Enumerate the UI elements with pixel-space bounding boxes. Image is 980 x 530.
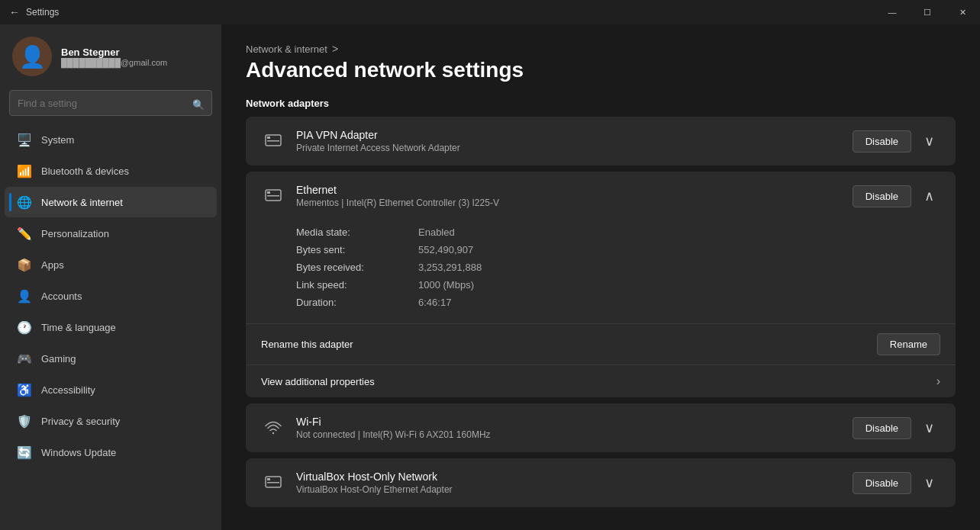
adapter-card-pia: PIA VPN Adapter Private Internet Access … — [246, 117, 956, 165]
duration-label: Duration: — [296, 297, 418, 308]
sidebar-item-system[interactable]: 🖥️ System — [5, 124, 217, 155]
disable-button-virtualbox[interactable]: Disable — [853, 472, 911, 494]
adapter-info-ethernet: Ethernet Mementos | Intel(R) Ethernet Co… — [296, 184, 842, 208]
adapter-details-ethernet: Media state: Enabled Bytes sent: 552,490… — [246, 220, 956, 323]
link-speed-label: Link speed: — [296, 279, 418, 291]
avatar: 👤 — [12, 37, 52, 76]
detail-row-bytes-sent: Bytes sent: 552,490,907 — [296, 241, 940, 259]
detail-row-duration: Duration: 6:46:17 — [296, 294, 940, 311]
rename-row: Rename this adapter Rename — [246, 323, 956, 365]
sidebar-item-label: Privacy & security — [41, 416, 120, 427]
sidebar-item-label: Personalization — [41, 228, 109, 239]
adapter-desc-wifi: Not connected | Intel(R) Wi-Fi 6 AX201 1… — [296, 429, 842, 440]
link-speed-value: 1000 (Mbps) — [418, 279, 474, 291]
adapter-icon-pia — [261, 129, 285, 153]
adapter-header-virtualbox: VirtualBox Host-Only Network VirtualBox … — [246, 458, 956, 507]
svg-rect-5 — [267, 195, 279, 197]
sidebar-item-gaming[interactable]: 🎮 Gaming — [5, 343, 217, 374]
user-email: ██████████@gmail.com — [61, 58, 167, 67]
sidebar-item-personalization[interactable]: ✏️ Personalization — [5, 218, 217, 249]
adapter-icon-ethernet — [261, 184, 285, 208]
maximize-button[interactable]: ☐ — [910, 0, 945, 24]
breadcrumb: Network & internet > — [246, 43, 956, 55]
accounts-icon: 👤 — [17, 288, 32, 304]
personalization-icon: ✏️ — [17, 226, 32, 241]
search-input[interactable] — [9, 90, 212, 116]
sidebar-item-apps[interactable]: 📦 Apps — [5, 249, 217, 280]
media-state-value: Enabled — [418, 226, 455, 238]
adapter-header-pia: PIA VPN Adapter Private Internet Access … — [246, 117, 956, 165]
sidebar-item-accounts[interactable]: 👤 Accounts — [5, 281, 217, 311]
expand-button-virtualbox[interactable]: ∨ — [917, 471, 940, 494]
svg-rect-9 — [267, 482, 279, 483]
sidebar-item-time[interactable]: 🕐 Time & language — [5, 312, 217, 342]
svg-rect-8 — [267, 478, 270, 480]
sidebar-item-label: Windows Update — [41, 447, 116, 458]
svg-rect-2 — [267, 140, 279, 142]
accessibility-icon: ♿ — [17, 382, 32, 397]
bytes-received-value: 3,253,291,888 — [418, 262, 482, 273]
sidebar-item-label: Gaming — [41, 353, 76, 365]
sidebar-item-network[interactable]: 🌐 Network & internet — [5, 187, 217, 217]
update-icon: 🔄 — [17, 445, 32, 460]
titlebar-left: ← Settings — [9, 6, 59, 18]
svg-point-6 — [272, 432, 274, 434]
titlebar-controls: — ☐ ✕ — [875, 0, 980, 24]
rename-button[interactable]: Rename — [877, 333, 940, 355]
adapter-name-wifi: Wi-Fi — [296, 416, 842, 428]
adapter-desc-virtualbox: VirtualBox Host-Only Ethernet Adapter — [296, 484, 842, 495]
bytes-received-label: Bytes received: — [296, 262, 418, 273]
search-container: 🔍 — [0, 85, 221, 124]
media-state-label: Media state: — [296, 226, 418, 238]
detail-row-bytes-received: Bytes received: 3,253,291,888 — [296, 259, 940, 276]
section-title: Network adapters — [246, 98, 956, 109]
svg-rect-1 — [267, 137, 270, 139]
bytes-sent-value: 552,490,907 — [418, 244, 473, 255]
sidebar-item-privacy[interactable]: 🛡️ Privacy & security — [5, 406, 217, 436]
system-icon: 🖥️ — [17, 132, 32, 147]
adapter-name-virtualbox: VirtualBox Host-Only Network — [296, 471, 842, 483]
view-properties-row[interactable]: View additional properties › — [246, 365, 956, 397]
disable-button-ethernet[interactable]: Disable — [853, 185, 911, 207]
adapter-header-wifi: Wi-Fi Not connected | Intel(R) Wi-Fi 6 A… — [246, 403, 956, 452]
titlebar: ← Settings — ☐ ✕ — [0, 0, 980, 24]
disable-button-wifi[interactable]: Disable — [853, 417, 911, 439]
sidebar-item-label: Time & language — [41, 322, 116, 333]
minimize-button[interactable]: — — [875, 0, 910, 24]
app-body: 👤 Ben Stegner ██████████@gmail.com 🔍 🖥️ … — [0, 24, 980, 530]
main-content: Network & internet > Advanced network se… — [221, 24, 980, 530]
user-profile[interactable]: 👤 Ben Stegner ██████████@gmail.com — [0, 24, 221, 85]
network-icon: 🌐 — [17, 194, 32, 210]
privacy-icon: 🛡️ — [17, 413, 32, 429]
adapter-card-virtualbox: VirtualBox Host-Only Network VirtualBox … — [246, 458, 956, 507]
view-properties-label: View additional properties — [261, 376, 936, 387]
gaming-icon: 🎮 — [17, 351, 32, 366]
adapter-name-pia: PIA VPN Adapter — [296, 129, 842, 141]
collapse-button-ethernet[interactable]: ∧ — [917, 185, 940, 207]
bluetooth-icon: 📶 — [17, 163, 32, 178]
sidebar-item-accessibility[interactable]: ♿ Accessibility — [5, 374, 217, 405]
close-button[interactable]: ✕ — [945, 0, 980, 24]
time-icon: 🕐 — [17, 320, 32, 335]
titlebar-title: Settings — [26, 7, 59, 18]
user-info: Ben Stegner ██████████@gmail.com — [61, 47, 167, 67]
expand-button-wifi[interactable]: ∨ — [917, 416, 940, 439]
breadcrumb-link[interactable]: Network & internet — [246, 43, 327, 55]
apps-icon: 📦 — [17, 257, 32, 272]
adapter-name-ethernet: Ethernet — [296, 184, 842, 196]
adapter-icon-wifi — [261, 416, 285, 440]
expand-button-pia[interactable]: ∨ — [917, 130, 940, 153]
breadcrumb-separator: > — [332, 43, 338, 55]
sidebar-item-label: System — [41, 134, 74, 146]
duration-value: 6:46:17 — [418, 297, 451, 308]
sidebar-item-label: Apps — [41, 259, 64, 271]
adapter-info-virtualbox: VirtualBox Host-Only Network VirtualBox … — [296, 471, 842, 495]
user-name: Ben Stegner — [61, 47, 167, 58]
search-icon: 🔍 — [192, 99, 205, 111]
sidebar-item-update[interactable]: 🔄 Windows Update — [5, 437, 217, 467]
adapter-actions-ethernet: Disable ∧ — [853, 185, 940, 207]
sidebar-item-bluetooth[interactable]: 📶 Bluetooth & devices — [5, 156, 217, 186]
adapter-header-ethernet: Ethernet Mementos | Intel(R) Ethernet Co… — [246, 172, 956, 220]
disable-button-pia[interactable]: Disable — [853, 130, 911, 153]
back-icon[interactable]: ← — [9, 6, 20, 18]
